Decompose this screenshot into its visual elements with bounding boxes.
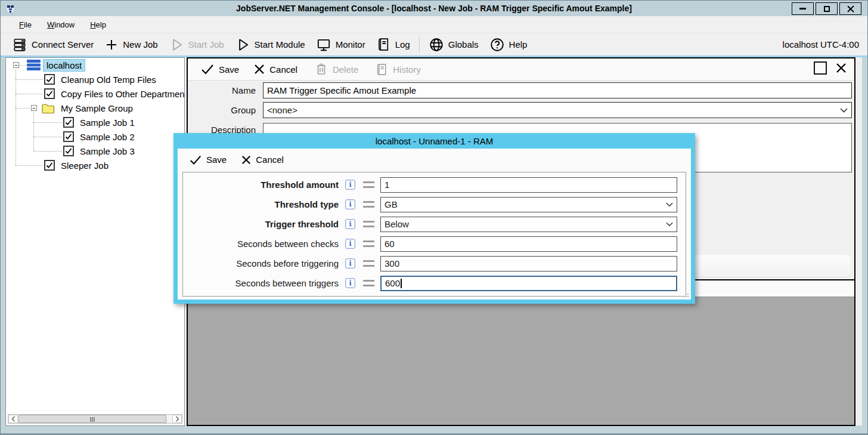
threshold-type-select[interactable]: GB [380,197,677,212]
field-label: Seconds between triggers [183,278,345,288]
toolbar-separator [419,37,420,53]
collapse-icon[interactable] [13,62,19,68]
tree-node-job[interactable]: Sample Job 2 [63,129,135,144]
info-icon[interactable]: i [345,239,355,249]
dialog-title[interactable]: localhost - Unnamed-1 - RAM [173,133,695,149]
seconds-between-triggers-input[interactable]: 600 [380,276,677,291]
tree-connector [16,108,30,109]
tree-node-job[interactable]: Sample Job 3 [63,144,135,158]
chevron-down-icon [840,108,848,113]
equals-icon [363,260,374,267]
group-select[interactable]: <none> [263,102,852,118]
menu-bar: File Window Help [1,16,867,33]
field-row-seconds-between-triggers: Seconds between triggers i 600 [183,273,686,293]
menu-window[interactable]: Window [41,18,81,32]
collapse-icon[interactable] [31,105,37,111]
tree-node-job[interactable]: Copy Files to Other Department [44,87,185,101]
server-status: localhost UTC-4:00 [783,39,859,50]
info-icon[interactable]: i [345,180,355,190]
job-enabled-checkbox[interactable] [44,160,55,171]
main-toolbar: Connect Server New Job Start Job Start M… [1,33,867,55]
dialog-fieldset: Threshold amount i 1 Threshold type i GB… [182,172,686,297]
job-enabled-checkbox[interactable] [44,74,55,85]
dialog-save-button[interactable]: Save [184,151,232,169]
job-save-button[interactable]: Save [195,60,244,79]
info-icon[interactable]: i [345,278,355,288]
job-enabled-checkbox[interactable] [63,117,74,128]
connect-server-button[interactable]: Connect Server [7,35,99,55]
field-row-seconds-between-checks: Seconds between checks i 60 [183,234,686,254]
tree-connector [33,113,34,151]
job-enabled-checkbox[interactable] [63,131,74,142]
field-row-seconds-before-triggering: Seconds before triggering i 300 [183,254,686,273]
dialog-resize-grip[interactable] [683,291,689,297]
tree-node-localhost[interactable]: localhost [13,58,85,72]
chevron-left-icon [11,416,16,422]
menu-help[interactable]: Help [83,18,113,32]
maximize-button[interactable] [816,2,838,15]
child-maximize-button[interactable] [814,61,827,75]
tree-node-job[interactable]: Cleanup Old Temp Files [44,72,156,87]
x-icon [253,63,265,75]
job-enabled-checkbox[interactable] [63,146,74,156]
close-button[interactable] [839,2,861,15]
trigger-threshold-select[interactable]: Below [380,217,677,232]
group-label: Group [190,105,256,115]
tree-node-job[interactable]: Sample Job 1 [63,115,135,129]
globals-button[interactable]: Globals [423,35,484,55]
play-icon [169,37,184,53]
seconds-between-checks-input[interactable]: 60 [380,236,677,252]
menu-file[interactable]: File [13,18,38,32]
trash-icon [314,62,328,76]
minimize-button[interactable] [792,2,814,15]
info-icon[interactable]: i [345,199,355,209]
plus-icon [104,38,119,52]
tree-connector [16,79,43,80]
equals-icon [363,240,374,247]
play-icon [235,37,250,53]
new-job-button[interactable]: New Job [99,35,163,54]
window-title: JobServer.NET Management Console - [loca… [236,4,632,13]
log-book-icon [376,37,391,52]
info-icon[interactable]: i [345,219,355,229]
equals-icon [363,280,374,286]
scroll-right-button[interactable] [172,415,182,423]
dialog-cancel-button[interactable]: Cancel [235,152,289,168]
field-row-trigger-threshold: Trigger threshold i Below [183,214,686,234]
monitor-button[interactable]: Monitor [311,35,371,55]
job-cancel-button[interactable]: Cancel [248,61,303,78]
ram-trigger-dialog: localhost - Unnamed-1 - RAM Save Cancel … [173,133,695,304]
field-label: Threshold type [183,199,345,209]
server-node-icon [27,60,41,70]
name-input[interactable] [263,82,852,98]
tree-horizontal-scrollbar[interactable] [8,414,182,424]
child-close-button[interactable] [835,62,847,74]
scrollbar-thumb[interactable] [18,415,166,423]
history-book-icon [375,63,389,76]
close-icon [847,5,854,13]
job-delete-button[interactable]: Delete [309,60,364,79]
minimize-icon [799,8,806,10]
tree-node-group[interactable]: My Sample Group [31,101,133,115]
job-enabled-checkbox[interactable] [44,88,55,99]
globe-icon [429,37,444,53]
folder-icon [42,103,55,113]
check-icon [200,62,215,76]
info-icon[interactable]: i [345,258,355,269]
start-module-button[interactable]: Start Module [230,35,311,55]
scroll-left-button[interactable] [8,415,18,423]
start-job-button[interactable]: Start Job [163,35,230,55]
job-editor-toolbar: Save Cancel Delete History [188,58,854,81]
job-history-button[interactable]: History [370,60,426,79]
tree-connector [16,70,16,165]
tree-node-job[interactable]: Sleeper Job [44,158,108,172]
tree-node-label: localhost [43,59,85,72]
help-button[interactable]: Help [484,35,533,55]
threshold-amount-input[interactable]: 1 [380,177,677,193]
seconds-before-triggering-input[interactable]: 300 [380,256,677,272]
title-bar[interactable]: JobServer.NET Management Console - [loca… [1,1,867,16]
check-icon [65,119,72,126]
tree-node-label: Sample Job 1 [80,118,135,128]
maximize-icon [824,6,830,12]
log-button[interactable]: Log [371,35,416,54]
